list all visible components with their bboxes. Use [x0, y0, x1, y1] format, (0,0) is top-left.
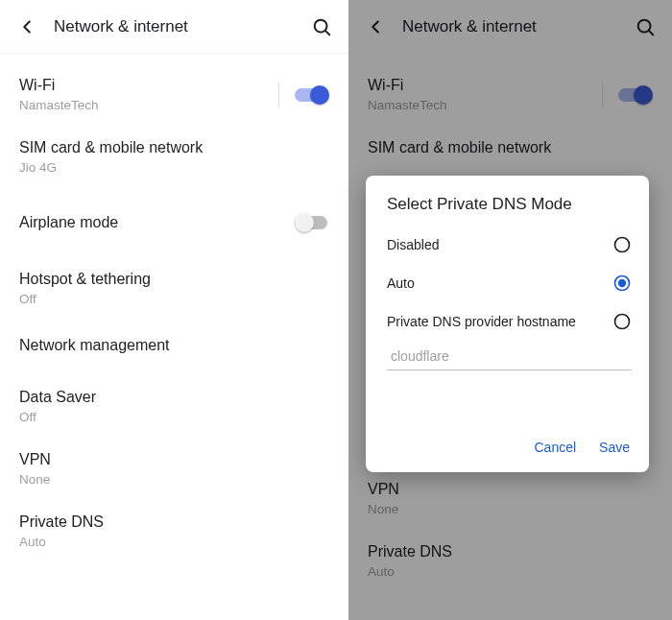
datasaver-label: Data Saver [19, 389, 96, 406]
item-sim[interactable]: SIM card & mobile network Jio 4G [0, 126, 348, 188]
sim-value: Jio 4G [19, 160, 203, 175]
radio-option-auto[interactable]: Auto [366, 264, 649, 302]
radio-icon-selected [612, 274, 632, 293]
item-airplane[interactable]: Airplane mode [0, 188, 348, 257]
radio-icon [612, 235, 632, 254]
settings-screen-left: Network & internet Wi-Fi NamasteTech SIM… [0, 0, 348, 620]
item-datasaver[interactable]: Data Saver Off [0, 375, 348, 438]
vpn-value: None [19, 472, 51, 487]
search-icon[interactable] [310, 15, 333, 38]
svg-point-6 [618, 279, 626, 287]
item-privatedns[interactable]: Private DNS Auto [0, 500, 348, 562]
settings-screen-right: Network & internet Wi-Fi NamasteTech SIM… [348, 0, 672, 620]
radio-label-auto: Auto [387, 275, 415, 291]
svg-point-4 [615, 238, 630, 252]
item-netmgmt[interactable]: Network management [0, 320, 348, 375]
item-wifi[interactable]: Wi-Fi NamasteTech [0, 63, 348, 126]
sim-label: SIM card & mobile network [19, 139, 203, 156]
back-icon[interactable] [15, 15, 38, 38]
app-bar: Network & internet [0, 0, 348, 54]
hotspot-value: Off [19, 292, 151, 306]
hotspot-label: Hotspot & tethering [19, 271, 151, 288]
dialog-title: Select Private DNS Mode [366, 195, 649, 226]
item-hotspot[interactable]: Hotspot & tethering Off [0, 257, 348, 320]
wifi-value: NamasteTech [19, 98, 99, 112]
save-button[interactable]: Save [599, 440, 630, 455]
vpn-label: VPN [19, 451, 51, 468]
private-dns-dialog: Select Private DNS Mode Disabled Auto Pr… [366, 176, 649, 472]
divider [278, 83, 279, 107]
cancel-button[interactable]: Cancel [534, 440, 576, 455]
netmgmt-label: Network management [19, 337, 170, 354]
page-title: Network & internet [54, 17, 310, 36]
airplane-toggle[interactable] [295, 213, 329, 232]
wifi-toggle[interactable] [295, 85, 329, 105]
svg-line-1 [325, 30, 329, 34]
radio-option-disabled[interactable]: Disabled [366, 226, 649, 264]
radio-option-hostname[interactable]: Private DNS provider hostname [366, 302, 649, 341]
airplane-label: Airplane mode [19, 214, 118, 231]
settings-list: Wi-Fi NamasteTech SIM card & mobile netw… [0, 54, 348, 562]
wifi-label: Wi-Fi [19, 77, 99, 94]
radio-label-disabled: Disabled [387, 237, 439, 252]
datasaver-value: Off [19, 410, 96, 424]
item-vpn[interactable]: VPN None [0, 438, 348, 500]
radio-label-hostname: Private DNS provider hostname [387, 314, 576, 329]
privatedns-value: Auto [19, 535, 104, 549]
svg-point-7 [615, 315, 630, 329]
dns-hostname-input[interactable] [387, 343, 632, 370]
radio-icon [612, 312, 632, 331]
privatedns-label: Private DNS [19, 513, 104, 531]
